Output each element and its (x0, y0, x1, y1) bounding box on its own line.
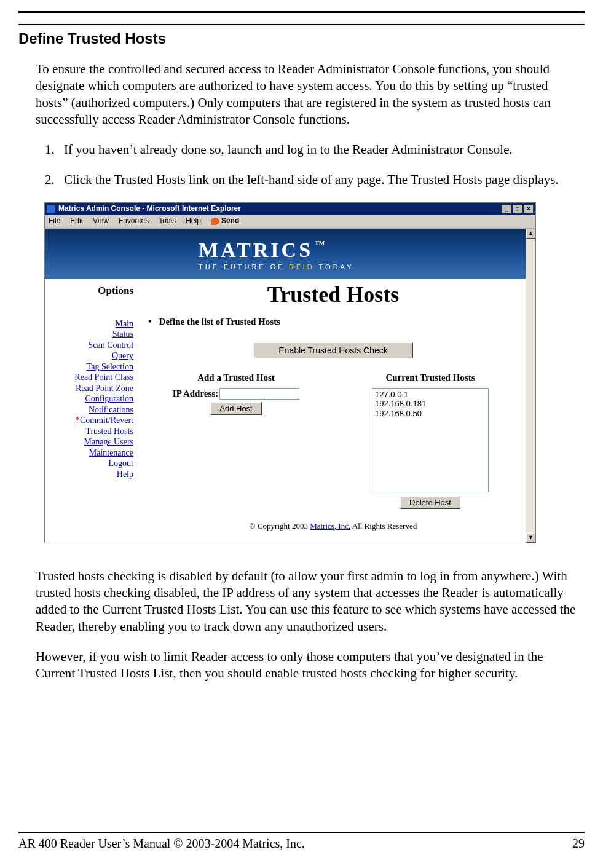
enable-trusted-hosts-button[interactable]: Enable Trusted Hosts Check (253, 342, 413, 358)
nav-status[interactable]: Status (45, 329, 133, 340)
commit-star-icon: * (76, 416, 80, 425)
tagline-rfid: RFID (289, 263, 315, 270)
step-2: Click the Trusted Hosts link on the left… (58, 172, 578, 188)
page-subtitle: Define the list of Trusted Hosts (148, 315, 518, 328)
host-item[interactable]: 192.168.0.181 (375, 399, 486, 409)
add-host-button[interactable]: Add Host (210, 402, 261, 415)
trusted-hosts-listbox[interactable]: 127.0.0.1 192.168.0.181 192.168.0.50 (372, 388, 489, 492)
menu-file[interactable]: File (49, 216, 60, 226)
scroll-track[interactable] (526, 239, 535, 533)
outro-paragraph-1: Trusted hosts checking is disabled by de… (36, 568, 578, 635)
host-item[interactable]: 127.0.0.1 (375, 390, 486, 400)
intro-paragraph: To ensure the controlled and secured acc… (36, 61, 578, 128)
menu-help[interactable]: Help (186, 216, 201, 226)
send-label: Send (221, 216, 239, 226)
menubar: File Edit View Favorites Tools Help Send (45, 215, 535, 229)
section-title: Define Trusted Hosts (18, 30, 585, 47)
nav-commit-revert[interactable]: *Commit/Revert (45, 415, 133, 426)
minimize-button[interactable]: _ (502, 205, 511, 213)
logo-tm: TM (315, 239, 325, 247)
nav-trusted-hosts[interactable]: Trusted Hosts (45, 426, 133, 437)
close-button[interactable]: × (524, 205, 534, 213)
add-host-title: Add a Trusted Host (148, 372, 324, 384)
logo-banner: MATRICS TM THE FUTURE OF RFID TODAY (45, 229, 526, 279)
nav-scan-control[interactable]: Scan Control (45, 340, 133, 351)
nav-read-point-class[interactable]: Read Point Class (45, 372, 133, 383)
logo-text: MATRICS (199, 237, 313, 264)
outro-paragraph-2: However, if you wish to limit Reader acc… (36, 649, 578, 682)
nav-configuration[interactable]: Configuration (45, 393, 133, 404)
ip-address-label: IP Address: (173, 388, 218, 400)
nav-commit-label: Commit/Revert (80, 416, 133, 425)
menu-tools[interactable]: Tools (159, 216, 176, 226)
tagline-a: THE FUTURE OF (199, 263, 289, 270)
copyright-prefix: © Copyright 2003 (250, 521, 310, 531)
maximize-button[interactable]: □ (513, 205, 522, 213)
nav-logout[interactable]: Logout (45, 458, 133, 469)
top-rule (18, 11, 585, 13)
tagline-c: TODAY (315, 263, 354, 270)
nav-read-point-zone[interactable]: Read Point Zone (45, 383, 133, 394)
scroll-up-icon[interactable]: ▲ (526, 229, 535, 239)
page-title: Trusted Hosts (148, 280, 518, 309)
footer-left: AR 400 Reader User’s Manual © 2003-2004 … (18, 837, 305, 851)
current-hosts-title: Current Trusted Hosts (342, 372, 518, 384)
menu-favorites[interactable]: Favorites (119, 216, 149, 226)
page-number: 29 (572, 837, 585, 851)
nav-help[interactable]: Help (45, 469, 133, 480)
sub-rule (18, 24, 585, 25)
delete-host-button[interactable]: Delete Host (400, 496, 460, 509)
copyright-suffix: All Rights Reserved (350, 521, 417, 531)
window-titlebar: Matrics Admin Console - Microsoft Intern… (45, 203, 535, 215)
footer-rule (18, 832, 585, 833)
host-item[interactable]: 192.168.0.50 (375, 409, 486, 419)
options-title: Options (45, 284, 133, 298)
nav-notifications[interactable]: Notifications (45, 404, 133, 416)
options-sidebar: Options Main Status Scan Control Query T… (45, 279, 137, 543)
nav-main[interactable]: Main (45, 318, 133, 329)
menu-edit[interactable]: Edit (70, 216, 83, 226)
matrics-link[interactable]: Matrics, Inc. (310, 521, 350, 531)
ie-icon (47, 205, 55, 213)
nav-manage-users[interactable]: Manage Users (45, 436, 133, 448)
nav-tag-selection[interactable]: Tag Selection (45, 361, 133, 373)
send-button[interactable]: Send (211, 216, 239, 226)
step-1: If you haven’t already done so, launch a… (58, 141, 578, 158)
browser-window: Matrics Admin Console - Microsoft Intern… (44, 202, 536, 543)
ip-address-input[interactable] (219, 388, 299, 400)
app-copyright: © Copyright 2003 Matrics, Inc. All Right… (148, 521, 518, 532)
nav-maintenance[interactable]: Maintenance (45, 448, 133, 459)
nav-query[interactable]: Query (45, 350, 133, 361)
scroll-down-icon[interactable]: ▼ (526, 533, 535, 543)
vertical-scrollbar[interactable]: ▲ ▼ (526, 229, 535, 543)
menu-view[interactable]: View (93, 216, 109, 226)
send-icon (211, 218, 219, 225)
window-title: Matrics Admin Console - Microsoft Intern… (58, 204, 502, 214)
